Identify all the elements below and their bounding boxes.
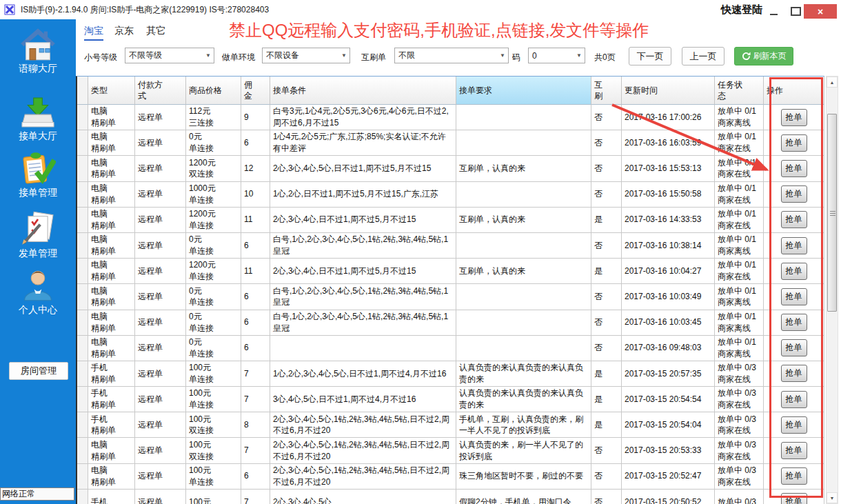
grab-order-button[interactable]: 抢单 bbox=[781, 391, 807, 408]
header-commission[interactable]: 佣 金 bbox=[241, 77, 270, 105]
grab-order-button[interactable]: 抢单 bbox=[781, 211, 807, 228]
header-action[interactable]: 操作 bbox=[764, 77, 824, 105]
scroll-up-button[interactable]: ▲ bbox=[827, 77, 838, 88]
scroll-down-button[interactable]: ▼ bbox=[827, 492, 838, 503]
row-indicator bbox=[77, 182, 88, 208]
mutual-select[interactable]: 不限 ▼ bbox=[394, 48, 509, 63]
cell-payment: 远程单 bbox=[135, 105, 186, 130]
minimize-button[interactable] bbox=[764, 4, 783, 19]
grab-order-button[interactable]: 抢单 bbox=[781, 288, 807, 305]
row-indicator bbox=[77, 208, 88, 233]
cell-requirement: 假聊2分钟，手机单，用淘口令 bbox=[456, 490, 591, 504]
table-header: 类型 付款方 式 商品价格 佣 金 接单条件 接单要求 互 刷 更新时间 任务状… bbox=[77, 77, 824, 105]
sidebar-item-post-manage[interactable]: 发单管理 bbox=[0, 211, 76, 260]
close-button[interactable]: × bbox=[804, 4, 837, 19]
row-indicator bbox=[77, 412, 88, 438]
prev-page-button[interactable]: 上一页 bbox=[682, 47, 725, 65]
header-condition[interactable]: 接单条件 bbox=[270, 77, 456, 105]
header-mutual[interactable]: 互 刷 bbox=[591, 77, 622, 105]
cell-price: 112元 三连接 bbox=[186, 105, 241, 130]
cell-status: 放单中 0/1 商家离线 bbox=[715, 310, 764, 336]
sidebar-item-order-manage[interactable]: 接单管理 bbox=[0, 150, 76, 199]
cell-requirement bbox=[456, 233, 591, 259]
cell-commission: 6 bbox=[241, 336, 270, 361]
cell-commission: 7 bbox=[241, 438, 270, 463]
account-level-select[interactable]: 不限等级 ▼ bbox=[125, 48, 214, 63]
tab-other[interactable]: 其它 bbox=[146, 25, 165, 39]
grab-order-button[interactable]: 抢单 bbox=[781, 416, 807, 434]
sidebar-item-voice-hall[interactable]: 语聊大厅 bbox=[0, 28, 76, 75]
cell-condition: 2心,3心,4心,日不过1,周不过5,月不过15 bbox=[270, 208, 456, 233]
row-indicator bbox=[77, 105, 88, 130]
cell-requirement: 互刷单，认真的来 bbox=[456, 208, 591, 233]
cell-action: 抢单 bbox=[764, 336, 824, 361]
page-label: 码 bbox=[512, 52, 520, 63]
next-page-button[interactable]: 下一页 bbox=[629, 47, 671, 65]
grab-order-button[interactable]: 抢单 bbox=[781, 237, 807, 254]
warning-text: 禁止QQ远程输入支付密码,手机验证,点链接,发文件等操作 bbox=[229, 19, 649, 41]
grab-order-button[interactable]: 抢单 bbox=[781, 134, 807, 152]
header-price[interactable]: 商品价格 bbox=[186, 77, 241, 105]
cell-commission: 8 bbox=[241, 412, 270, 438]
table-body: 电脑 精刷单 远程单 112元 三连接 9 白号3元,1心4元,2心5元,3心6… bbox=[77, 105, 824, 504]
header-status[interactable]: 任务状 态 bbox=[715, 77, 764, 105]
cell-payment: 远程单 bbox=[135, 208, 186, 233]
quick-login-button[interactable]: 快速登陆 bbox=[721, 3, 762, 17]
page-select[interactable]: 0 ▼ bbox=[528, 48, 585, 63]
vertical-scrollbar[interactable]: ▲ ▼ bbox=[826, 76, 838, 504]
header-type[interactable]: 类型 bbox=[88, 77, 135, 105]
grab-order-button[interactable]: 抢单 bbox=[781, 339, 807, 356]
tab-jd[interactable]: 京东 bbox=[114, 25, 134, 39]
cell-requirement: 互刷单，认真的来 bbox=[456, 259, 591, 284]
grab-order-button[interactable]: 抢单 bbox=[781, 314, 807, 331]
cell-status: 放单中 0/3 商家在线 bbox=[715, 361, 764, 387]
cell-condition: 1心4元,2心5元;广东,江苏;85%;实名认证;不允许有中差评 bbox=[270, 130, 456, 156]
cell-requirement bbox=[456, 182, 591, 208]
header-requirement[interactable]: 接单要求 bbox=[456, 77, 591, 105]
cell-status: 放单中 0/1 商家在线 bbox=[715, 208, 764, 233]
grab-order-button[interactable]: 抢单 bbox=[781, 185, 807, 203]
cell-status: 放单中 0/1 商家离线 bbox=[715, 284, 764, 310]
grab-order-button[interactable]: 抢单 bbox=[781, 160, 807, 177]
cell-commission: 10 bbox=[241, 182, 270, 208]
sidebar-item-label: 接单管理 bbox=[0, 187, 76, 199]
cell-price: 100元 双连接 bbox=[186, 438, 241, 463]
grab-order-button[interactable]: 抢单 bbox=[781, 263, 807, 280]
grab-order-button[interactable]: 抢单 bbox=[781, 493, 807, 504]
chevron-down-icon: ▼ bbox=[205, 52, 211, 59]
cell-action: 抢单 bbox=[764, 284, 824, 310]
cell-type: 电脑 精刷单 bbox=[88, 336, 135, 361]
account-level-label: 小号等级 bbox=[84, 52, 117, 63]
chevron-down-icon: ▼ bbox=[576, 52, 582, 59]
cell-price: 1000元 单连接 bbox=[186, 182, 241, 208]
grab-order-button[interactable]: 抢单 bbox=[781, 467, 807, 485]
refresh-page-button[interactable]: 刷新本页 bbox=[734, 47, 793, 65]
cell-type: 手机 精刷单 bbox=[88, 361, 135, 387]
cell-condition: 2心,3心,4心,5心,1钻,2钻,3钻,4钻,5钻,日不过2,周不过6,月不过… bbox=[270, 464, 456, 490]
tab-taobao[interactable]: 淘宝 bbox=[84, 25, 103, 41]
app-window: IS助手(9)-2.1.94.0 房间:IS助手-电商之家(1229919) I… bbox=[0, 0, 841, 504]
grab-order-button[interactable]: 抢单 bbox=[781, 442, 807, 459]
maximize-button[interactable] bbox=[786, 4, 805, 19]
cell-price: 100元 双连接 bbox=[186, 412, 241, 438]
network-status: 网络正常 bbox=[0, 487, 74, 501]
cell-payment: 远程单 bbox=[135, 336, 186, 361]
room-manage-button[interactable]: 房间管理 bbox=[9, 362, 68, 380]
header-payment[interactable]: 付款方 式 bbox=[135, 77, 186, 105]
grab-order-button[interactable]: 抢单 bbox=[781, 109, 807, 126]
grab-order-button[interactable]: 抢单 bbox=[781, 365, 807, 382]
cell-payment: 远程单 bbox=[135, 490, 186, 504]
scrollbar-thumb[interactable] bbox=[827, 114, 837, 312]
cell-condition: 2心,3心,4心,5心 bbox=[270, 490, 456, 504]
header-updated[interactable]: 更新时间 bbox=[622, 77, 715, 105]
environment-select[interactable]: 不限设备 ▼ bbox=[262, 48, 350, 63]
cell-action: 抢单 bbox=[764, 233, 824, 259]
cell-condition: 3心,4心,5心,日不过1,周不过4,月不过16 bbox=[270, 387, 456, 412]
cell-condition: 2心,3心,4心,日不过1,周不过5,月不过15 bbox=[270, 259, 456, 284]
sidebar-item-order-hall[interactable]: 接单大厅 bbox=[0, 97, 76, 143]
sidebar-item-personal-center[interactable]: 个人中心 bbox=[0, 269, 76, 316]
cell-status: 放单中 0/1 商家在线 bbox=[715, 156, 764, 181]
cell-condition: 2心,3心,4心,5心,1钻,2钻,3钻,4钻,5钻,日不过2,周不过6,月不过… bbox=[270, 438, 456, 463]
cell-status: 放单中 0/1 商家离线 bbox=[715, 336, 764, 361]
row-indicator bbox=[77, 361, 88, 387]
